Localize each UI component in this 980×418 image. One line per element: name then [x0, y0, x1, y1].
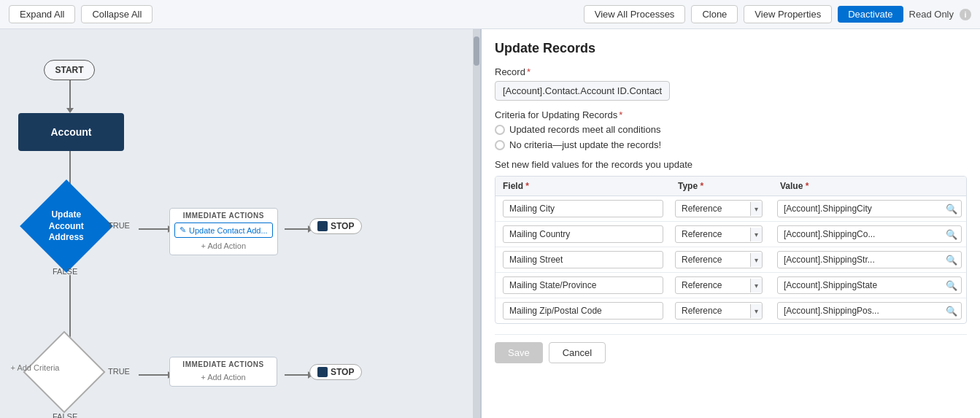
- td-type-0: Reference ▾: [671, 196, 773, 221]
- value-input-text-3: [Account].ShippingState: [778, 277, 942, 293]
- add-criteria-label: + Add Criteria: [11, 363, 60, 372]
- table-row: Reference ▾ [Account].ShippingCity 🔍: [495, 196, 966, 222]
- table-row: Reference ▾ [Account].ShippingStr... 🔍: [495, 247, 966, 273]
- value-input-wrapper-4: [Account].ShippingPos... 🔍: [777, 302, 962, 320]
- td-type-4: Reference ▾: [671, 298, 773, 323]
- toolbar-right: View All Processes Clone View Properties…: [584, 5, 971, 23]
- type-select-text-4: Reference: [676, 303, 750, 319]
- true-label-1: TRUE: [108, 221, 130, 230]
- false-label-2: FALSE: [53, 412, 77, 418]
- info-icon[interactable]: i: [960, 9, 971, 20]
- th-field: Field *: [495, 177, 671, 196]
- value-search-icon-3[interactable]: 🔍: [942, 278, 961, 293]
- th-value: Value *: [773, 177, 966, 196]
- ia-header-1: IMMEDIATE ACTIONS: [174, 212, 273, 220]
- criteria-option-2-row: No criteria—just update the records!: [495, 139, 967, 150]
- save-button[interactable]: Save: [495, 342, 543, 363]
- field-input-1[interactable]: [503, 225, 663, 243]
- value-search-icon-2[interactable]: 🔍: [942, 252, 961, 268]
- table-header-row: Field * Type * Value *: [495, 177, 966, 196]
- th-type: Type *: [671, 177, 773, 196]
- td-type-1: Reference ▾: [671, 222, 773, 247]
- record-value: [Account].Contact.Account ID.Contact: [495, 81, 670, 101]
- value-search-icon-1[interactable]: 🔍: [942, 227, 961, 242]
- false-label-1: FALSE: [53, 267, 77, 276]
- pencil-icon: ✎: [180, 225, 186, 235]
- value-input-text-2: [Account].ShippingStr...: [778, 252, 942, 268]
- type-select-text-0: Reference: [676, 201, 750, 217]
- type-dropdown-arrow-3[interactable]: ▾: [750, 279, 762, 293]
- type-dropdown-arrow-0[interactable]: ▾: [750, 202, 762, 216]
- type-select-text-1: Reference: [676, 226, 750, 242]
- right-panel: Update Records Record * [Account].Contac…: [482, 29, 980, 418]
- ia-action-item-1[interactable]: ✎ Update Contact Add...: [174, 222, 273, 238]
- view-properties-button[interactable]: View Properties: [744, 5, 832, 23]
- read-only-label: Read Only: [909, 9, 954, 20]
- type-dropdown-arrow-2[interactable]: ▾: [750, 253, 762, 267]
- collapse-all-button[interactable]: Collapse All: [81, 5, 153, 23]
- field-input-0[interactable]: [503, 200, 663, 217]
- type-select-4[interactable]: Reference ▾: [675, 302, 763, 320]
- value-search-icon-0[interactable]: 🔍: [942, 201, 961, 217]
- panel-title: Update Records: [495, 41, 967, 56]
- immediate-actions-box-1: IMMEDIATE ACTIONS ✎ Update Contact Add..…: [169, 208, 278, 255]
- td-value-4: [Account].ShippingPos... 🔍: [773, 298, 966, 323]
- td-field-0: [495, 196, 671, 221]
- criteria-radio-1[interactable]: [495, 125, 505, 135]
- td-field-4: [495, 298, 671, 323]
- criteria-option-2-label: No criteria—just update the records!: [509, 139, 661, 150]
- type-dropdown-arrow-1[interactable]: ▾: [750, 228, 762, 241]
- criteria-radio-2[interactable]: [495, 140, 505, 150]
- td-field-2: [495, 247, 671, 272]
- field-input-4[interactable]: [503, 302, 663, 320]
- cancel-button[interactable]: Cancel: [549, 342, 606, 363]
- td-value-2: [Account].ShippingStr... 🔍: [773, 247, 966, 272]
- main-layout: START Account Update AccountAddress TRUE: [0, 29, 980, 418]
- criteria-required: *: [619, 109, 622, 120]
- field-input-3[interactable]: [503, 276, 663, 294]
- deactivate-button[interactable]: Deactivate: [838, 6, 903, 23]
- criteria-option-1-row: Updated records meet all conditions: [495, 124, 967, 135]
- type-dropdown-arrow-4[interactable]: ▾: [750, 304, 762, 318]
- table-body: Reference ▾ [Account].ShippingCity 🔍 Ref…: [495, 196, 966, 323]
- panel-footer: Save Cancel: [495, 334, 967, 363]
- type-select-3[interactable]: Reference ▾: [675, 276, 763, 294]
- expand-all-button[interactable]: Expand All: [9, 5, 75, 23]
- clone-button[interactable]: Clone: [691, 5, 738, 23]
- type-select-2[interactable]: Reference ▾: [675, 251, 763, 268]
- type-select-text-3: Reference: [676, 277, 750, 293]
- true-label-2: TRUE: [108, 367, 130, 376]
- value-input-text-4: [Account].ShippingPos...: [778, 303, 942, 319]
- stop-node-2: STOP: [309, 364, 362, 380]
- arrow-start-to-account: [66, 80, 74, 113]
- ia-add-action-2[interactable]: + Add Action: [174, 371, 272, 383]
- value-input-wrapper-2: [Account].ShippingStr... 🔍: [777, 251, 962, 268]
- td-field-3: [495, 273, 671, 298]
- ia-header-2: IMMEDIATE ACTIONS: [174, 360, 272, 368]
- set-values-label: Set new field values for the records you…: [495, 159, 967, 170]
- value-input-text-1: [Account].ShippingCo...: [778, 226, 942, 242]
- stop-icon-2: [317, 367, 328, 377]
- td-value-0: [Account].ShippingCity 🔍: [773, 196, 966, 221]
- td-value-3: [Account].ShippingState 🔍: [773, 273, 966, 298]
- criteria-label: Criteria for Updating Records *: [495, 109, 967, 120]
- td-field-1: [495, 222, 671, 247]
- flow-canvas[interactable]: START Account Update AccountAddress TRUE: [0, 29, 482, 418]
- table-row: Reference ▾ [Account].ShippingCo... 🔍: [495, 222, 966, 247]
- table-row: Reference ▾ [Account].ShippingPos... 🔍: [495, 298, 966, 323]
- start-node: START: [44, 60, 95, 80]
- view-all-processes-button[interactable]: View All Processes: [584, 5, 686, 23]
- scrollbar[interactable]: [473, 29, 480, 418]
- toolbar: Expand All Collapse All View All Process…: [0, 0, 980, 29]
- scroll-thumb[interactable]: [474, 36, 479, 66]
- td-value-1: [Account].ShippingCo... 🔍: [773, 222, 966, 247]
- account-node: Account: [18, 113, 124, 151]
- stop-icon-1: [317, 221, 328, 231]
- type-select-0[interactable]: Reference ▾: [675, 200, 763, 217]
- immediate-actions-box-2: IMMEDIATE ACTIONS + Add Action: [169, 357, 277, 387]
- value-input-text-0: [Account].ShippingCity: [778, 201, 942, 217]
- value-search-icon-4[interactable]: 🔍: [942, 303, 961, 319]
- type-select-1[interactable]: Reference ▾: [675, 225, 763, 243]
- field-input-2[interactable]: [503, 251, 663, 268]
- ia-add-action-1[interactable]: + Add Action: [174, 240, 273, 252]
